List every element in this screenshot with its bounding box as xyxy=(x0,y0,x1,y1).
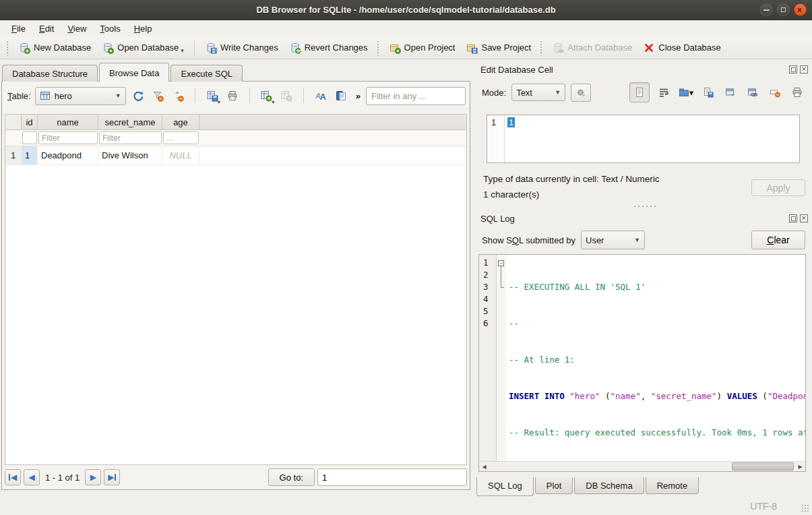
grid-header-row: id name secret_name age xyxy=(5,115,466,130)
scrollbar-groove[interactable] xyxy=(489,462,795,471)
auto-switch-mode-button[interactable] xyxy=(571,84,591,102)
dock-close-icon[interactable] xyxy=(800,214,808,222)
grid-corner xyxy=(5,115,22,129)
export-table-button[interactable]: ▾ xyxy=(204,87,220,104)
titlebar[interactable]: DB Browser for SQLite - /home/user/code/… xyxy=(0,0,812,20)
filter-input-secret-name[interactable] xyxy=(99,131,162,144)
clear-log-button[interactable]: Clear xyxy=(751,231,805,249)
app-window: DB Browser for SQLite - /home/user/code/… xyxy=(0,0,812,515)
minimize-button[interactable] xyxy=(760,3,773,16)
mode-select[interactable]: Text ▼ xyxy=(511,84,565,101)
row-header[interactable]: 1 xyxy=(5,146,22,164)
left-pane: Database Structure Browse Data Execute S… xyxy=(0,59,474,499)
sql-log-horizontal-scrollbar[interactable]: ◀ ▶ xyxy=(479,461,805,471)
arrow-right-icon: ▶ xyxy=(90,473,96,481)
encoding-indicator[interactable]: UTF-8 xyxy=(750,501,777,512)
last-page-button[interactable]: ▶ xyxy=(104,469,120,485)
dock-tabbar: SQL Log Plot DB Schema Remote xyxy=(476,477,700,496)
import-cell-data-button[interactable]: ▾ xyxy=(678,84,694,100)
menu-edit[interactable]: Edit xyxy=(33,22,60,36)
next-page-button[interactable]: ▶ xyxy=(85,469,101,485)
find-book-icon xyxy=(335,90,347,102)
new-database-button[interactable]: New Database xyxy=(13,39,96,57)
revert-changes-button[interactable]: Revert Changes xyxy=(284,39,373,57)
tab-database-structure[interactable]: Database Structure xyxy=(2,65,98,82)
dock-float-icon[interactable] xyxy=(789,214,797,222)
sql-submitter-select[interactable]: User ▼ xyxy=(581,231,645,249)
save-project-button[interactable]: Save Project xyxy=(460,39,536,57)
goto-input[interactable] xyxy=(317,468,467,486)
edit-display-format-button[interactable]: A A xyxy=(313,87,329,104)
filter-any-column-input[interactable] xyxy=(366,87,466,105)
refresh-button[interactable] xyxy=(130,87,146,104)
skip-start-icon xyxy=(9,474,10,481)
dock-close-icon[interactable] xyxy=(800,65,808,73)
export-cell-data-button[interactable] xyxy=(700,84,716,100)
word-wrap-button[interactable] xyxy=(656,84,672,100)
close-database-button[interactable]: Close Database xyxy=(637,39,726,57)
dropdown-arrow-icon: ▾ xyxy=(272,99,274,105)
scroll-right-icon[interactable]: ▶ xyxy=(795,462,805,471)
resize-grip[interactable] xyxy=(801,504,809,512)
set-null-button[interactable] xyxy=(767,84,783,100)
pagination-bar: ◀ ◀ 1 - 1 of 1 ▶ ▶ Go to: xyxy=(5,468,467,487)
filter-input-name[interactable] xyxy=(38,131,98,144)
tab-browse-data[interactable]: Browse Data xyxy=(99,63,169,82)
find-in-table-button[interactable] xyxy=(333,87,349,104)
clear-sorting-button[interactable] xyxy=(170,87,186,104)
dock-float-icon[interactable] xyxy=(789,65,797,73)
filter-input-id[interactable] xyxy=(22,131,37,144)
maximize-button[interactable] xyxy=(777,3,790,16)
menu-help[interactable]: Help xyxy=(128,22,158,36)
menu-file[interactable]: File xyxy=(5,22,32,36)
print-table-button[interactable] xyxy=(224,87,241,104)
cell-editor[interactable]: 1 1 xyxy=(487,115,800,163)
dock-tab-plot[interactable]: Plot xyxy=(535,477,573,494)
open-in-external-button[interactable] xyxy=(722,84,739,100)
dock-tab-remote[interactable]: Remote xyxy=(646,477,699,494)
cell-secret-name[interactable]: Dive Wilson xyxy=(98,146,162,164)
statusbar: UTF-8 xyxy=(0,499,812,515)
toolbar-overflow-icon[interactable]: » xyxy=(356,91,361,101)
copy-link-button[interactable] xyxy=(745,84,761,100)
write-changes-button[interactable]: Write Changes xyxy=(199,39,284,57)
sql-log-view[interactable]: 1 2 3 4 5 6 − -- EXECUTING ALL IN 'SQL 1… xyxy=(478,254,806,472)
open-database-button[interactable]: Open Database ▾ xyxy=(96,39,189,57)
cell-id[interactable]: 1 xyxy=(22,146,38,164)
fold-collapse-icon[interactable]: − xyxy=(498,260,504,266)
column-header-secret-name[interactable]: secret_name xyxy=(98,115,162,129)
open-project-icon xyxy=(389,42,401,54)
svg-text:A: A xyxy=(320,92,327,102)
set-null-icon xyxy=(770,87,780,98)
open-project-button[interactable]: Open Project xyxy=(383,39,461,57)
menu-view[interactable]: View xyxy=(61,22,92,36)
menu-tools[interactable]: Tools xyxy=(94,22,126,36)
goto-button[interactable]: Go to: xyxy=(268,468,315,486)
previous-page-button[interactable]: ◀ xyxy=(24,469,40,485)
clear-filters-button[interactable] xyxy=(150,87,166,104)
toolbar-drag-handle[interactable] xyxy=(377,40,380,55)
column-header-age[interactable]: age xyxy=(162,115,199,129)
scroll-left-icon[interactable]: ◀ xyxy=(479,462,489,471)
dock-tab-db-schema[interactable]: DB Schema xyxy=(574,477,644,494)
column-header-id[interactable]: id xyxy=(22,115,38,129)
cell-name[interactable]: Deadpond xyxy=(38,146,98,164)
scrollbar-thumb[interactable] xyxy=(732,462,794,471)
insert-record-button[interactable]: ▾ xyxy=(259,87,275,104)
toolbar-drag-handle[interactable] xyxy=(540,40,543,55)
toolbar-drag-handle[interactable] xyxy=(6,40,9,55)
column-header-name[interactable]: name xyxy=(38,115,98,129)
cell-age[interactable]: NULL xyxy=(162,146,199,164)
dock-tab-sql-log[interactable]: SQL Log xyxy=(476,477,534,496)
print-cell-button[interactable] xyxy=(789,84,805,100)
filter-input-age[interactable] xyxy=(163,131,199,144)
first-page-button[interactable]: ◀ xyxy=(5,469,21,485)
main-toolbar: New Database Open Database ▾ Write Chang… xyxy=(0,36,812,59)
dock-splitter-handle[interactable] xyxy=(633,205,656,208)
sql-log-title: SQL Log xyxy=(480,214,515,224)
open-database-dropdown-icon[interactable]: ▾ xyxy=(181,47,184,54)
text-mode-toggle[interactable] xyxy=(629,82,650,102)
close-button[interactable]: × xyxy=(794,3,807,16)
table-select[interactable]: hero ▼ xyxy=(35,87,126,105)
tab-execute-sql[interactable]: Execute SQL xyxy=(170,65,243,82)
